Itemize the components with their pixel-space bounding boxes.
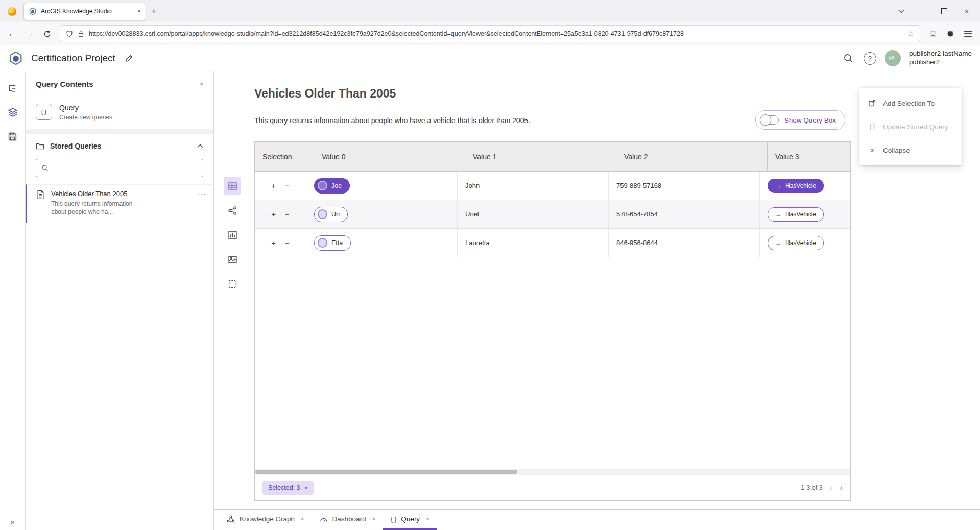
cell-value[interactable]: Lauretta (458, 229, 609, 257)
user-info[interactable]: publisher2 lastName publisher2 (909, 50, 972, 66)
page-previous-icon[interactable]: ‹ (830, 483, 833, 493)
browser-tab-title: ArcGIS Knowledge Studio (41, 8, 133, 15)
table-row[interactable]: + − Etta Lauretta 846-956-8644 →HasVehic… (255, 229, 850, 257)
cell-value[interactable]: 578-654-7854 (609, 200, 760, 228)
tracking-shield-icon[interactable] (66, 30, 73, 37)
row-add-button[interactable]: + (271, 210, 276, 218)
list-all-tabs-icon[interactable] (892, 9, 911, 13)
pocket-save-icon[interactable] (925, 26, 941, 41)
user-avatar[interactable]: PL (885, 50, 901, 66)
search-icon (41, 164, 49, 172)
forward-button[interactable]: → (21, 26, 38, 41)
relationship-pill[interactable]: →HasVehicle (768, 236, 824, 250)
column-header[interactable]: Selection (255, 142, 314, 171)
document-icon (36, 190, 45, 200)
browser-tab[interactable]: ArcGIS Knowledge Studio × (23, 3, 146, 20)
chevron-up-icon[interactable] (197, 144, 203, 148)
search-icon[interactable] (841, 51, 855, 65)
column-header[interactable]: Value 2 (616, 142, 768, 171)
window-close-button[interactable]: × (955, 3, 978, 20)
row-remove-button[interactable]: − (285, 210, 290, 218)
user-role: publisher2 (909, 58, 972, 66)
menu-item-collapse[interactable]: » Collapse (859, 138, 962, 162)
lock-icon (78, 31, 84, 37)
tab-close-icon[interactable]: × (372, 516, 375, 522)
help-icon[interactable]: ? (864, 52, 876, 65)
row-remove-button[interactable]: − (285, 182, 290, 189)
extensions-icon[interactable] (942, 26, 959, 41)
query-viewer: Vehicles Older Than 2005 This query retu… (214, 71, 980, 509)
relationship-pill[interactable]: →HasVehicle (768, 179, 824, 193)
window-maximize-button[interactable] (933, 3, 955, 20)
address-bar[interactable]: https://dev0028833.esri.com/portal/apps/… (60, 26, 920, 42)
toggle-label: Show Query Box (784, 116, 836, 124)
save-icon[interactable] (4, 128, 21, 145)
row-add-button[interactable]: + (271, 239, 276, 247)
new-tab-button[interactable]: + (146, 5, 162, 18)
project-title: Certification Project (31, 53, 115, 64)
expand-rail-icon[interactable]: » (0, 517, 25, 526)
menu-hamburger-icon[interactable] (960, 26, 976, 41)
menu-item-update-stored-query[interactable]: { } Update Stored Query (859, 115, 962, 138)
toggle-switch[interactable] (760, 115, 779, 125)
cell-value[interactable]: John (458, 172, 609, 200)
clear-selection-icon[interactable]: × (305, 485, 308, 491)
selection-tool-icon[interactable] (224, 275, 241, 293)
menu-item-add-selection-to[interactable]: Add Selection To (859, 91, 962, 115)
relationship-label: HasVehicle (785, 211, 816, 218)
edit-title-pencil-icon[interactable] (125, 54, 133, 63)
tab-close-icon[interactable]: × (137, 8, 141, 14)
tab-knowledge-graph[interactable]: Knowledge Graph × (219, 510, 312, 530)
item-options-icon[interactable]: ··· (198, 190, 206, 198)
panel-close-icon[interactable]: × (200, 81, 203, 87)
link-chart-icon[interactable] (224, 202, 241, 219)
map-view-icon[interactable] (224, 251, 241, 268)
tab-query[interactable]: { } Query × (383, 510, 437, 530)
cell-value[interactable]: 846-956-8644 (609, 229, 760, 257)
back-button[interactable]: ← (4, 26, 20, 41)
options-dropdown-menu: Add Selection To { } Update Stored Query… (859, 88, 962, 165)
cell-value[interactable]: Uriel (458, 200, 609, 228)
search-input[interactable] (53, 164, 198, 173)
left-icon-rail: » (0, 71, 26, 530)
entity-pill[interactable]: Etta (314, 235, 351, 251)
stored-queries-header[interactable]: Stored Queries (26, 134, 213, 158)
table-row[interactable]: + − Joe John 759-889-57168 →HasVehicle (255, 172, 850, 200)
show-query-box-toggle[interactable]: Show Query Box (755, 110, 845, 130)
cell-value[interactable]: 759-889-57168 (609, 172, 760, 200)
tab-close-icon[interactable]: × (426, 516, 429, 522)
table-row[interactable]: + − Uri Uriel 578-654-7854 →HasVehicle (255, 200, 850, 229)
project-contents-icon[interactable] (4, 80, 21, 97)
row-add-button[interactable]: + (271, 182, 276, 189)
tab-close-icon[interactable]: × (301, 516, 304, 522)
entity-label: Uri (331, 211, 340, 218)
stored-queries-search[interactable] (36, 159, 203, 177)
bookmark-star-icon[interactable]: ☆ (907, 29, 914, 38)
relationship-pill[interactable]: →HasVehicle (768, 207, 824, 222)
url-text: https://dev0028833.esri.com/portal/apps/… (89, 30, 903, 37)
page-title: Vehicles Older Than 2005 (254, 87, 396, 101)
entity-pill[interactable]: Joe (314, 178, 350, 194)
horizontal-scrollbar[interactable] (255, 469, 850, 475)
page-next-icon[interactable]: › (840, 483, 843, 493)
new-query-item[interactable]: { } Query Create new queries (26, 97, 213, 129)
table-view-icon[interactable] (224, 177, 241, 195)
refresh-button[interactable] (39, 26, 55, 41)
query-item-title: Query (59, 104, 112, 112)
window-minimize-button[interactable]: – (911, 3, 933, 20)
menu-item-label: Collapse (883, 147, 910, 154)
selected-count-label: Selected: 3 (268, 484, 300, 491)
scrollbar-thumb[interactable] (255, 470, 517, 474)
column-header[interactable]: Value 0 (314, 142, 465, 171)
column-header[interactable]: Value 3 (768, 142, 850, 171)
row-remove-button[interactable]: − (285, 239, 290, 247)
selected-count-chip[interactable]: Selected: 3 × (262, 481, 314, 495)
column-header[interactable]: Value 1 (465, 142, 616, 171)
chart-view-icon[interactable] (224, 226, 241, 244)
layers-icon[interactable] (4, 104, 21, 121)
add-selection-icon (868, 99, 876, 107)
screen: ArcGIS Knowledge Studio × + – × ← → http… (0, 0, 980, 530)
entity-pill[interactable]: Uri (314, 207, 348, 222)
stored-query-item[interactable]: Vehicles Older Than 2005 This query retu… (26, 184, 213, 223)
tab-dashboard[interactable]: Dashboard × (312, 510, 383, 530)
